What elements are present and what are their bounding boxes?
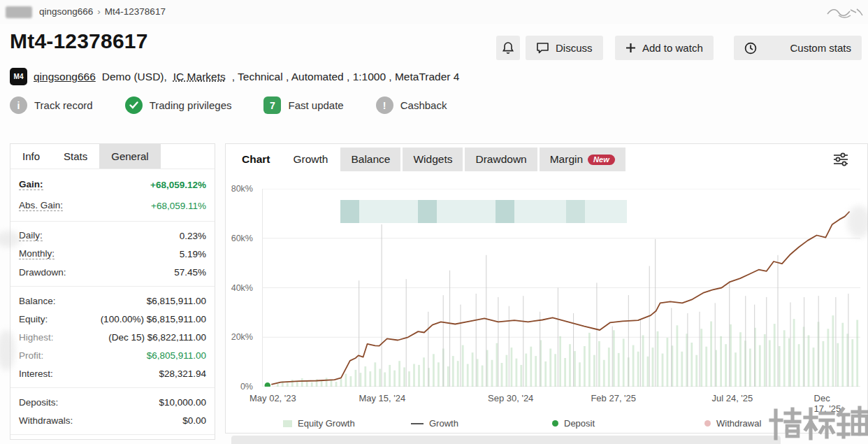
daily-value: 0.23%	[180, 231, 206, 241]
x-axis-tick: May 15, '24	[359, 393, 405, 403]
legend-label: Withdrawal	[716, 418, 761, 429]
info-rows: Gain: +68,059.12% Abs. Gain: +68,059.11%…	[10, 169, 215, 444]
legend-item-equity-growth[interactable]: Equity Growth	[283, 418, 355, 429]
tab-balance[interactable]: Balance	[340, 148, 400, 171]
highest-value: (Dec 15) $6,822,111.00	[108, 332, 206, 343]
interest-row: Interest: $28,321.94	[10, 364, 215, 382]
discuss-button[interactable]: Discuss	[526, 36, 603, 60]
chart-tabs: Chart Growth Balance Widgets Drawdown Ma…	[226, 144, 867, 171]
y-axis-tick: 20k%	[231, 332, 253, 342]
equity-row: Equity: (100.00%) $6,815,911.00	[10, 310, 215, 328]
tab-drawdown[interactable]: Drawdown	[465, 148, 537, 171]
badge-label: Trading privileges	[150, 99, 232, 111]
speech-bubble-icon	[536, 42, 549, 54]
plus-icon	[625, 43, 636, 53]
chart-watermark-band	[340, 200, 627, 223]
new-badge: New	[588, 155, 615, 165]
highest-label: Highest:	[19, 332, 54, 343]
account-type: Demo (USD),	[102, 71, 167, 83]
balance-label: Balance:	[19, 296, 56, 306]
signature-watermark	[826, 3, 865, 20]
check-circle-icon	[125, 96, 143, 114]
balance-value: $6,815,911.00	[147, 296, 206, 306]
x-axis-tick: May 02, '23	[249, 393, 296, 403]
legend-label: Equity Growth	[298, 418, 355, 429]
info-circle-icon: i	[10, 96, 27, 114]
equity-value: (100.00%) $6,815,911.00	[101, 314, 206, 324]
profit-label: Profit:	[19, 350, 43, 361]
badge-label: Track record	[34, 99, 93, 111]
account-owner-link[interactable]: qingsong666	[34, 71, 96, 83]
equity-label: Equity:	[19, 314, 48, 324]
legend-swatch	[283, 420, 292, 427]
legend-item-deposit[interactable]: Deposit	[552, 418, 595, 429]
withdrawals-label: Withdrawals:	[19, 415, 73, 426]
deposits-label: Deposits:	[19, 397, 58, 408]
interest-label: Interest:	[19, 368, 53, 379]
notifications-button[interactable]	[496, 36, 520, 60]
tab-chart[interactable]: Chart	[231, 148, 280, 171]
badge-cashback: ! Cashback	[376, 96, 447, 114]
account-summary: M4 qingsong666 Demo (USD), IC Markets , …	[10, 68, 459, 85]
monthly-label[interactable]: Monthly:	[19, 248, 55, 259]
x-axis-tick: Feb 27, '25	[591, 393, 636, 403]
verification-badges: i Track record Trading privileges 7 Fast…	[10, 96, 447, 114]
mt4-logo: M4	[10, 68, 27, 85]
x-axis-tick: Jul 24, '25	[711, 393, 753, 403]
breadcrumb-current: Mt4-12378617	[105, 6, 166, 17]
custom-stats-button[interactable]: Custom stats	[734, 36, 862, 60]
tab-widgets[interactable]: Widgets	[403, 148, 463, 171]
monthly-row: Monthly: 5.19%	[10, 245, 215, 263]
withdrawals-value: $0.00	[182, 415, 206, 426]
gain-value: +68,059.12%	[150, 180, 206, 190]
legend-label: Growth	[429, 418, 458, 429]
y-axis-tick: 40k%	[231, 283, 253, 293]
drawdown-value: 57.45%	[174, 267, 206, 278]
info-panel: Info Stats General Gain: +68,059.12% Abs…	[10, 143, 215, 440]
highest-row: Highest: (Dec 15) $6,822,111.00	[10, 328, 215, 346]
tab-stats[interactable]: Stats	[52, 144, 99, 169]
divider	[10, 434, 215, 435]
updated-row: Updated: 4 minutes ago	[10, 440, 215, 444]
breadcrumb: qingsong666›Mt4-12378617	[39, 6, 166, 17]
divider	[10, 286, 215, 287]
tab-general[interactable]: General	[99, 144, 160, 169]
legend-item-growth[interactable]: Growth	[411, 418, 458, 429]
divider	[10, 387, 215, 388]
badge-label: Fast update	[288, 99, 343, 111]
chart-settings-icon[interactable]	[832, 151, 849, 168]
scan-artifact	[847, 206, 868, 238]
broker-link[interactable]: IC Markets	[173, 71, 226, 83]
daily-label[interactable]: Daily:	[19, 230, 43, 241]
site-watermark	[769, 403, 868, 444]
deposits-value: $10,000.00	[159, 397, 206, 408]
breadcrumb-user-link[interactable]: qingsong666	[39, 6, 93, 17]
legend-item-withdrawal[interactable]: Withdrawal	[704, 418, 761, 429]
discuss-label: Discuss	[556, 42, 593, 54]
legend-swatch	[411, 423, 424, 424]
page-title: Mt4-12378617	[10, 29, 148, 53]
add-to-watch-button[interactable]: Add to watch	[615, 36, 714, 60]
profit-row: Profit: $6,805,911.00	[10, 346, 215, 364]
y-axis-tick: 60k%	[231, 234, 253, 243]
daily-row: Daily: 0.23%	[10, 227, 215, 245]
bell-icon	[502, 41, 514, 55]
drawdown-row: Drawdown: 57.45%	[10, 263, 215, 281]
legend-swatch	[552, 420, 558, 427]
gain-row: Gain: +68,059.12%	[10, 174, 215, 195]
breadcrumb-separator: ›	[97, 6, 101, 17]
abs-gain-value: +68,059.11%	[151, 201, 206, 211]
info-panel-tabs: Info Stats General	[10, 144, 215, 169]
gain-label[interactable]: Gain:	[19, 179, 43, 190]
account-meta: , Technical , Automated , 1:1000 , MetaT…	[232, 71, 460, 83]
next-section-edge	[231, 436, 781, 444]
divider	[10, 221, 215, 222]
tab-margin[interactable]: Margin New	[540, 148, 625, 171]
tab-growth[interactable]: Growth	[282, 148, 338, 171]
legend-swatch	[704, 420, 711, 427]
abs-gain-row: Abs. Gain: +68,059.11%	[10, 195, 215, 216]
abs-gain-label[interactable]: Abs. Gain:	[19, 200, 63, 211]
tab-info[interactable]: Info	[10, 144, 52, 169]
badge-trading-privileges: Trading privileges	[125, 96, 232, 114]
withdrawals-row: Withdrawals: $0.00	[10, 411, 215, 429]
